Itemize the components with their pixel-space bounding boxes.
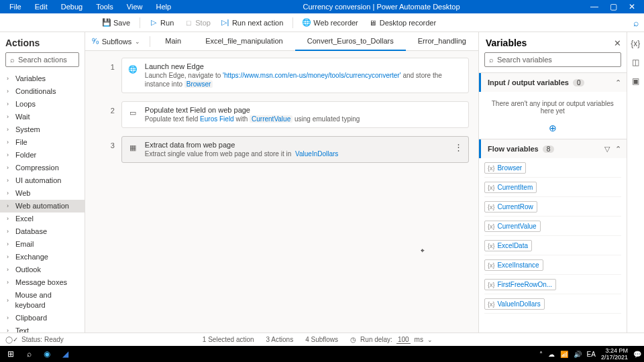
tab[interactable]: Excel_file_manipulation bbox=[193, 32, 295, 51]
variable-row[interactable]: {x}ExcelInstance bbox=[484, 259, 621, 275]
cloud-icon[interactable]: ☁ bbox=[548, 351, 555, 358]
variable-row[interactable]: {x}CurrentItem bbox=[484, 182, 621, 197]
variable-row[interactable]: {x}CurrentValue bbox=[484, 221, 621, 236]
volume-icon[interactable]: 🔊 bbox=[574, 351, 582, 358]
search-placeholder: Search actions bbox=[18, 56, 67, 64]
power-automate-icon[interactable]: ◢ bbox=[57, 347, 73, 361]
action-category[interactable]: ›Outlook bbox=[0, 263, 85, 276]
variable-chip[interactable]: {x}Browser bbox=[484, 162, 526, 174]
action-category[interactable]: ›Loops bbox=[0, 98, 85, 111]
flow-section-header[interactable]: Flow variables 8 ▽ ⌃ bbox=[479, 139, 627, 158]
flow-canvas[interactable]: ⌖ 1🌐Launch new EdgeLaunch Edge, navigate… bbox=[85, 51, 478, 333]
run-button[interactable]: ▷ Run bbox=[146, 17, 178, 29]
layers-icon[interactable]: ◫ bbox=[632, 58, 639, 67]
action-category[interactable]: ›Web bbox=[0, 187, 85, 200]
statusbar: ◯✓ Status: Ready 1 Selected action 3 Act… bbox=[0, 333, 644, 346]
action-category[interactable]: ›Database bbox=[0, 225, 85, 238]
action-category[interactable]: ›Compression bbox=[0, 162, 85, 174]
stop-button[interactable]: □ Stop bbox=[180, 17, 215, 29]
action-category[interactable]: ›Clipboard bbox=[0, 312, 85, 324]
action-category[interactable]: ›Wait bbox=[0, 111, 85, 123]
action-category[interactable]: ›Web automation bbox=[0, 200, 85, 213]
images-icon[interactable]: ▣ bbox=[632, 76, 639, 86]
action-category[interactable]: ›UI automation bbox=[0, 174, 85, 187]
variable-row[interactable]: {x}Browser bbox=[484, 162, 621, 178]
variable-chip[interactable]: {x}FirstFreeRowOn... bbox=[484, 279, 556, 290]
action-category[interactable]: ›Excel bbox=[0, 213, 85, 225]
step-card[interactable]: ▦Extract data from web pageExtract singl… bbox=[121, 136, 469, 163]
step-row[interactable]: 2▭Populate text Field on web pagePopulat… bbox=[92, 97, 472, 132]
step-row[interactable]: 1🌐Launch new EdgeLaunch Edge, navigate t… bbox=[92, 54, 472, 97]
action-category[interactable]: ›Exchange bbox=[0, 251, 85, 263]
menu-tools[interactable]: Tools bbox=[89, 3, 120, 11]
start-button[interactable]: ⊞ bbox=[3, 347, 19, 361]
step-row[interactable]: 3▦Extract data from web pageExtract sing… bbox=[92, 132, 472, 167]
actions-search[interactable]: ⌕ Search actions bbox=[5, 52, 79, 67]
run-next-button[interactable]: ▷| Run next action bbox=[217, 17, 287, 29]
chevron-up-icon[interactable]: ⌃ bbox=[615, 78, 621, 87]
actions-list: ›Variables›Conditionals›Loops›Wait›Syste… bbox=[0, 71, 85, 333]
search-icon[interactable]: ⌕ bbox=[633, 17, 639, 28]
menu-help[interactable]: Help bbox=[149, 3, 178, 11]
action-category[interactable]: ›Message boxes bbox=[0, 276, 85, 289]
wifi-icon[interactable]: 📶 bbox=[560, 351, 568, 358]
subflows-button[interactable]: ⁰∕₀ Subflows ⌄ bbox=[85, 37, 147, 46]
variable-name: ExcelInstance bbox=[497, 261, 539, 269]
close-button[interactable]: ✕ bbox=[623, 0, 641, 13]
menu-file[interactable]: File bbox=[3, 3, 28, 11]
tab[interactable]: Main bbox=[153, 32, 193, 51]
action-category[interactable]: ›Variables bbox=[0, 72, 85, 85]
action-category[interactable]: ›Folder bbox=[0, 149, 85, 162]
variable-chip[interactable]: {x}ExcelInstance bbox=[484, 259, 543, 271]
action-category[interactable]: ›File bbox=[0, 136, 85, 149]
variable-row[interactable]: {x}FirstFreeRowOn... bbox=[484, 279, 621, 294]
chevron-down-icon[interactable]: ⌄ bbox=[427, 337, 433, 343]
variable-row[interactable]: {x}ValueInDollars bbox=[484, 298, 621, 314]
add-variable-button[interactable]: ⊕ bbox=[479, 123, 627, 139]
variable-chip[interactable]: {x}ValueInDollars bbox=[484, 298, 545, 310]
filter-icon[interactable]: ▽ bbox=[604, 145, 610, 154]
variable-chip[interactable]: {x}CurrentItem bbox=[484, 182, 537, 193]
menu-edit[interactable]: Edit bbox=[28, 3, 54, 11]
more-icon[interactable]: ⋮ bbox=[454, 142, 463, 152]
delay-value[interactable]: 100 bbox=[396, 336, 411, 344]
variable-row[interactable]: {x}CurrentRow bbox=[484, 201, 621, 217]
variable-chip[interactable]: {x}ExcelData bbox=[484, 240, 532, 251]
action-category[interactable]: ›Conditionals bbox=[0, 85, 85, 98]
braces-icon[interactable]: {x} bbox=[631, 39, 640, 48]
variable-row[interactable]: {x}ExcelData bbox=[484, 240, 621, 255]
tray-chevron-icon[interactable]: ˄ bbox=[539, 351, 543, 358]
edge-icon[interactable]: ◉ bbox=[39, 347, 55, 361]
save-button[interactable]: 💾 Save bbox=[99, 17, 134, 29]
action-category[interactable]: ›Text bbox=[0, 324, 85, 333]
menu-debug[interactable]: Debug bbox=[54, 3, 89, 11]
web-recorder-button[interactable]: 🌐 Web recorder bbox=[299, 17, 362, 29]
action-category[interactable]: ›Email bbox=[0, 238, 85, 251]
minimize-button[interactable]: — bbox=[585, 0, 604, 13]
tab[interactable]: Error_handling bbox=[406, 32, 478, 51]
flow-variables-section: Flow variables 8 ▽ ⌃ {x}Browser{x}Curren… bbox=[479, 139, 627, 318]
step-card[interactable]: ▭Populate text Field on web pagePopulate… bbox=[121, 101, 469, 128]
desktop-recorder-button[interactable]: 🖥 Desktop recorder bbox=[365, 17, 440, 29]
io-section-header[interactable]: Input / output variables 0 ⌃ bbox=[479, 73, 627, 92]
maximize-button[interactable]: ▢ bbox=[604, 0, 623, 13]
search-taskbar-icon[interactable]: ⌕ bbox=[21, 347, 37, 361]
clock[interactable]: 3:24 PM 2/17/2021 bbox=[601, 347, 628, 361]
action-label: Conditionals bbox=[15, 86, 56, 97]
variable-chip[interactable]: {x}CurrentValue bbox=[484, 221, 541, 232]
action-category[interactable]: ›Mouse and keyboard bbox=[0, 289, 85, 312]
action-category[interactable]: ›System bbox=[0, 123, 85, 136]
variables-search[interactable]: ⌕ Search variables bbox=[484, 52, 621, 67]
variable-chip[interactable]: {x}CurrentRow bbox=[484, 201, 537, 213]
chevron-up-icon[interactable]: ⌃ bbox=[615, 145, 621, 154]
action-label: Mouse and keyboard bbox=[15, 290, 78, 310]
menu-view[interactable]: View bbox=[120, 3, 150, 11]
step-card[interactable]: 🌐Launch new EdgeLaunch Edge, navigate to… bbox=[121, 58, 469, 93]
close-pane-icon[interactable]: ✕ bbox=[614, 38, 621, 48]
delay-label: Run delay: bbox=[360, 336, 392, 343]
tab[interactable]: Convert_Euros_to_Dollars bbox=[295, 32, 406, 51]
language-indicator[interactable]: EA bbox=[587, 351, 596, 358]
io-count-badge: 0 bbox=[573, 79, 585, 86]
play-icon: ▷ bbox=[150, 19, 158, 27]
notifications-icon[interactable]: 💬 bbox=[633, 351, 641, 358]
